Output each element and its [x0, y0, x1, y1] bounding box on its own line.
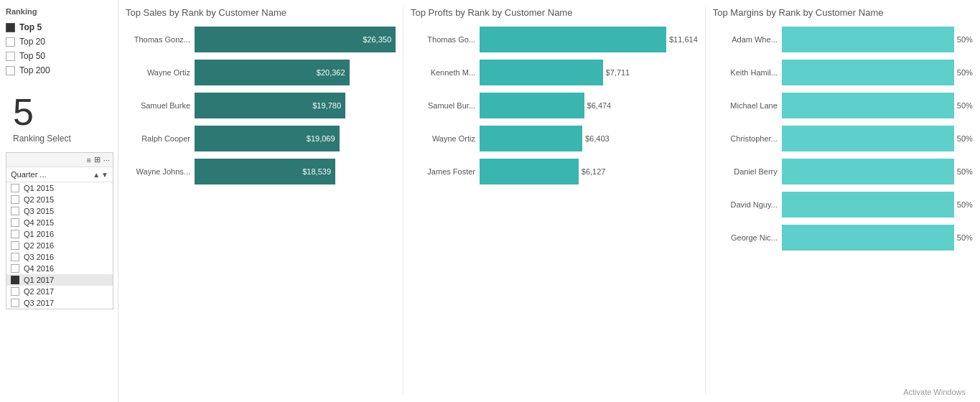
slicer-item[interactable]: Q2 2015	[6, 194, 113, 205]
profits-bar-chart: Thomas Go...$11,614Kenneth M...$7,711Sam…	[411, 27, 698, 184]
bar-value: $19,780	[312, 101, 341, 110]
sales-chart-section: Top Sales by Rank by Customer Name Thoma…	[118, 7, 403, 395]
bar-value-outside: 50%	[957, 35, 973, 44]
slicer-item-label: Q4 2016	[24, 264, 54, 273]
bar	[782, 159, 954, 184]
bar-label: Daniel Berry	[713, 167, 778, 176]
bar	[480, 126, 582, 151]
ranking-number: 5	[6, 93, 112, 131]
bar	[782, 225, 954, 251]
margins-bar-chart: Adam Whe...50%Keith Hamil...50%Michael L…	[713, 27, 973, 251]
slicer-list-icon[interactable]: ≡	[86, 156, 90, 164]
slicer-item[interactable]: Q4 2015	[6, 217, 113, 228]
slicer-item[interactable]: Q2 2016	[6, 240, 113, 251]
slicer-item[interactable]: Q1 2016	[6, 228, 113, 240]
slicer-item-checkbox	[11, 184, 19, 192]
bar	[782, 192, 954, 218]
bar	[480, 93, 584, 118]
bar-label: Thomas Go...	[411, 35, 475, 44]
slicer-item[interactable]: Q1 2015	[6, 182, 113, 194]
top5-label: Top 5	[19, 22, 42, 32]
slicer-item[interactable]: Q3 2017	[6, 297, 113, 309]
bar-value-outside: $11,614	[669, 35, 698, 44]
slicer-item[interactable]: Q3 2015	[6, 205, 113, 217]
sales-chart-title: Top Sales by Rank by Customer Name	[126, 7, 396, 18]
slicer-list[interactable]: Q1 2015Q2 2015Q3 2015Q4 2015Q1 2016Q2 20…	[6, 182, 113, 309]
slicer-item-label: Q2 2016	[24, 241, 54, 250]
ranking-top200[interactable]: Top 200	[6, 65, 112, 76]
bar-row: David Nguy...50%	[713, 192, 973, 218]
bar: $20,362	[195, 60, 350, 85]
bar-wrapper: 50%	[782, 126, 973, 151]
bar-wrapper: $19,780	[195, 93, 396, 118]
top20-checkbox	[6, 37, 15, 47]
bar	[782, 126, 954, 151]
bar-value-outside: $6,127	[582, 167, 606, 176]
activate-windows-text: Activate Windows	[903, 388, 966, 396]
bar-value-outside: 50%	[957, 233, 973, 242]
bar-label: Thomas Gonz...	[126, 35, 190, 44]
bar-wrapper: 50%	[782, 192, 973, 218]
slicer-item-label: Q2 2015	[24, 195, 54, 204]
bar-wrapper: $7,711	[480, 60, 698, 85]
bar-value: $19,069	[307, 134, 335, 143]
bar-label: Keith Hamil...	[713, 68, 778, 77]
bar-label: James Foster	[411, 167, 475, 176]
bar-row: Ralph Cooper$19,069	[126, 126, 396, 151]
bar-wrapper: 50%	[782, 159, 973, 184]
ranking-top5[interactable]: Top 5	[6, 22, 112, 33]
slicer-more-icon[interactable]: ···	[103, 156, 110, 164]
slicer-item[interactable]: Q4 2016	[6, 263, 113, 274]
bar-row: George Nic...50%	[713, 225, 973, 251]
bar	[480, 27, 666, 52]
ranking-top20[interactable]: Top 20	[6, 36, 112, 47]
bar-value-outside: 50%	[957, 68, 973, 77]
slicer-grid-icon[interactable]: ⊞	[94, 155, 101, 164]
bar-row: Wayne Ortiz$6,403	[411, 126, 698, 151]
slicer-item-checkbox	[11, 299, 19, 307]
bar	[782, 60, 954, 85]
bar-row: Thomas Gonz...$26,350	[126, 27, 396, 52]
bar: $18,539	[195, 159, 335, 184]
ranking-label: Ranking	[6, 7, 112, 16]
slicer-item-label: Q1 2016	[24, 230, 54, 238]
bar-label: Michael Lane	[713, 101, 778, 110]
slicer-item[interactable]: Q1 2017	[6, 274, 113, 286]
bar-label: Samuel Bur...	[411, 101, 475, 110]
bar-label: Kenneth M...	[411, 68, 475, 77]
bar-wrapper: $6,474	[480, 93, 698, 118]
bar-label: Adam Whe...	[713, 35, 778, 44]
bar	[480, 60, 603, 85]
bar-row: Christopher...50%	[713, 126, 973, 151]
bar-row: Wayne Ortiz$20,362	[126, 60, 396, 85]
slicer-header-label: Quarter ...	[11, 170, 47, 179]
sort-asc-icon[interactable]: ▲	[93, 171, 100, 179]
bar	[782, 27, 954, 52]
bar-value-outside: 50%	[957, 134, 973, 143]
slicer-item-checkbox	[11, 218, 19, 227]
bar-wrapper: 50%	[782, 60, 973, 85]
slicer-sort-arrows[interactable]: ▲ ▼	[93, 171, 108, 179]
bar-wrapper: 50%	[782, 225, 973, 251]
bar-wrapper: $20,362	[195, 60, 396, 85]
bar-row: Keith Hamil...50%	[713, 60, 973, 85]
top50-checkbox	[6, 52, 15, 61]
bar-row: Wayne Johns...$18,539	[126, 159, 396, 184]
slicer-item-label: Q1 2015	[24, 184, 54, 192]
sort-desc-icon[interactable]: ▼	[101, 171, 108, 179]
bar-value-outside: 50%	[957, 167, 973, 176]
slicer-item-label: Q3 2015	[24, 207, 54, 215]
slicer-item-checkbox	[11, 207, 19, 215]
bar-value-outside: $6,403	[585, 134, 610, 143]
profits-chart-title: Top Profts by Rank by Customer Name	[411, 7, 698, 18]
ranking-top50[interactable]: Top 50	[6, 50, 112, 62]
bar-label: Christopher...	[713, 134, 778, 143]
slicer-item-checkbox	[11, 287, 19, 296]
slicer-item[interactable]: Q3 2016	[6, 251, 113, 263]
bar-wrapper: 50%	[782, 93, 973, 118]
bar-value: $20,362	[317, 68, 345, 77]
bar-row: Samuel Burke$19,780	[126, 93, 396, 118]
profits-chart-section: Top Profts by Rank by Customer Name Thom…	[403, 7, 706, 395]
margins-chart-title: Top Margins by Rank by Customer Name	[713, 7, 973, 18]
slicer-item[interactable]: Q2 2017	[6, 286, 113, 297]
